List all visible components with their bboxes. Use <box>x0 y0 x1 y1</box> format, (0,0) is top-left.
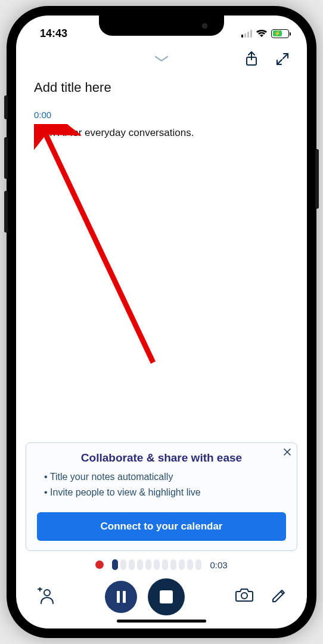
transcript-timestamp: 0:00 <box>34 110 289 120</box>
top-action-bar <box>16 44 307 72</box>
wifi-icon <box>256 29 268 38</box>
status-time: 14:43 <box>40 27 67 40</box>
phone-notch <box>99 16 224 36</box>
annotation-arrow-icon <box>34 124 165 374</box>
battery-icon: ⚡ <box>271 29 289 38</box>
pause-button[interactable] <box>105 581 137 613</box>
phone-frame: 14:43 ⚡ <box>7 6 316 638</box>
transcript-text: is an AI for everyday conversations. <box>34 126 289 140</box>
connect-calendar-button[interactable]: Connect to your calendar <box>37 512 286 541</box>
expand-button[interactable] <box>276 52 289 68</box>
stop-icon <box>160 590 173 603</box>
add-person-button[interactable] <box>36 587 54 606</box>
promo-card: Collaborate & share with ease Title your… <box>26 442 297 551</box>
elapsed-time: 0:03 <box>210 560 227 570</box>
svg-point-2 <box>44 590 50 596</box>
phone-power-button <box>315 149 319 209</box>
promo-feature-item: Title your notes automatically <box>44 472 286 482</box>
status-indicators: ⚡ <box>241 29 289 38</box>
cellular-signal-icon <box>241 29 252 38</box>
phone-volume-up <box>4 137 8 179</box>
stop-button[interactable] <box>148 578 185 615</box>
content-area: Add title here 0:00 is an AI for everyda… <box>16 72 307 442</box>
highlight-button[interactable] <box>271 588 287 606</box>
promo-feature-item: Invite people to view & highlight live <box>44 487 286 498</box>
camera-dot-icon <box>202 23 207 29</box>
promo-heading: Collaborate & share with ease <box>37 451 286 465</box>
close-promo-button[interactable] <box>284 448 291 457</box>
svg-line-1 <box>46 135 153 363</box>
recording-indicator-icon <box>95 561 104 569</box>
recording-progress: 0:03 <box>16 555 307 572</box>
title-input[interactable]: Add title here <box>34 80 289 95</box>
progress-segments <box>112 559 201 570</box>
share-button[interactable] <box>245 51 258 69</box>
pause-icon <box>117 591 126 603</box>
home-indicator[interactable] <box>117 620 206 623</box>
phone-mute-switch <box>4 95 8 119</box>
camera-button[interactable] <box>235 588 253 606</box>
promo-feature-list: Title your notes automatically Invite pe… <box>37 472 286 498</box>
phone-volume-down <box>4 191 8 233</box>
svg-point-3 <box>241 593 247 599</box>
screen: 14:43 ⚡ <box>16 16 307 628</box>
collapse-button[interactable] <box>154 55 169 66</box>
